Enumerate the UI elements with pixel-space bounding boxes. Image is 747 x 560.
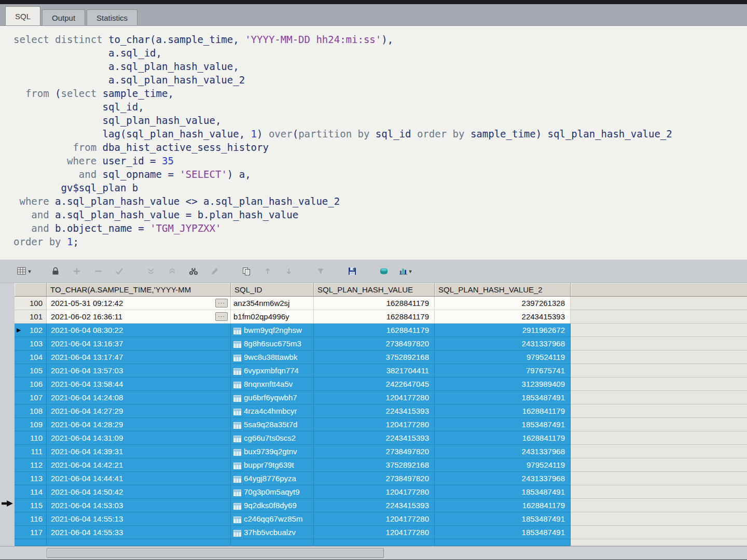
sql-editor[interactable]: select distinct to_char(a.sample_time, '… <box>0 26 747 259</box>
copy-icon[interactable] <box>238 262 255 280</box>
table-row[interactable]: 1012021-06-02 16:36:11···b1fm02qp4996y16… <box>15 310 747 324</box>
column-header-3[interactable]: SQL_PLAN_HASH_VALUE_2 <box>435 283 571 297</box>
scrollbar-thumb[interactable] <box>47 548 384 558</box>
cell-sample-time[interactable]: 2021-06-04 14:31:09 <box>47 431 231 445</box>
cell-sample-time[interactable]: 2021-06-04 14:42:21 <box>47 458 231 472</box>
cell-sample-time[interactable]: 2021-06-04 14:24:08 <box>47 391 231 404</box>
cell-detail-icon[interactable] <box>233 530 241 537</box>
cell-detail-icon[interactable] <box>233 328 241 334</box>
cell-sql-id[interactable]: 8g8h6suc675m3 <box>231 337 314 351</box>
cell-plan-hash-value[interactable]: 1204177280 <box>314 526 435 539</box>
cell-plan-hash-value-2[interactable]: 1853487491 <box>435 391 571 404</box>
cell-detail-icon[interactable] <box>233 409 241 415</box>
cell-sample-time[interactable]: 2021-06-04 14:55:33 <box>47 526 231 539</box>
column-header-2[interactable]: SQL_PLAN_HASH_VALUE <box>314 283 435 297</box>
cell-sql-id[interactable]: 5sa9q28a35t7d <box>231 418 314 431</box>
cell-sample-time[interactable]: 2021-06-04 13:17:47 <box>47 351 231 364</box>
cell-sample-time[interactable]: 2021-06-04 13:58:44 <box>47 377 231 391</box>
cell-plan-hash-value[interactable]: 3821704411 <box>314 364 435 377</box>
table-row[interactable]: 1042021-06-04 13:17:479wc8u38ttawbk37528… <box>15 351 747 364</box>
cell-sql-id[interactable]: 4rza4c4hmbcyr <box>231 404 314 418</box>
cell-detail-icon[interactable] <box>233 516 241 523</box>
cell-detail-icon[interactable] <box>233 436 241 442</box>
cell-plan-hash-value-2[interactable]: 1853487491 <box>435 418 571 431</box>
cell-plan-hash-value-2[interactable]: 2431337968 <box>435 472 571 485</box>
table-row[interactable]: 1112021-06-04 14:39:31bux9739q2gtnv27384… <box>15 445 747 458</box>
filter-icon[interactable] <box>312 262 329 280</box>
cell-plan-hash-value-2[interactable]: 2397261328 <box>435 297 571 310</box>
cell-editor-button[interactable]: ··· <box>215 299 228 307</box>
cell-plan-hash-value-2[interactable]: 1853487491 <box>435 512 571 526</box>
cell-plan-hash-value[interactable]: 2243415393 <box>314 404 435 418</box>
cell-plan-hash-value-2[interactable]: 979524119 <box>435 351 571 364</box>
cell-plan-hash-value-2[interactable]: 1628841179 <box>435 404 571 418</box>
table-row[interactable]: 1102021-06-04 14:31:09cg66u7ts0scs222434… <box>15 431 747 445</box>
save-icon[interactable] <box>344 262 361 280</box>
cell-sql-id[interactable]: bux9739q2gtnv <box>231 445 314 458</box>
sort-desc-icon[interactable] <box>281 262 297 280</box>
cell-sample-time[interactable]: 2021-06-02 16:36:11··· <box>47 310 231 324</box>
cell-plan-hash-value[interactable]: 3752892168 <box>314 351 435 364</box>
table-row[interactable]: 1152021-06-04 14:53:039q2dks0f8dy6922434… <box>15 499 747 512</box>
cell-detail-icon[interactable] <box>233 489 241 496</box>
cell-detail-icon[interactable] <box>233 395 241 402</box>
grid-options-icon[interactable]: ▾ <box>16 262 32 280</box>
cell-sample-time[interactable]: 2021-06-04 14:53:03 <box>47 499 231 512</box>
cell-plan-hash-value[interactable]: 2738497820 <box>314 337 435 351</box>
lock-icon[interactable] <box>47 262 64 280</box>
revert-icon[interactable] <box>143 262 159 280</box>
cell-sql-id[interactable]: 64ygj8776pyza <box>231 472 314 485</box>
cell-plan-hash-value-2[interactable]: 2911962672 <box>435 324 571 337</box>
table-row[interactable]: 1062021-06-04 13:58:448nqnxnftt4a5v24226… <box>15 377 747 391</box>
cell-sql-id[interactable]: anz354nm6w2sj <box>231 297 314 310</box>
cell-sql-id[interactable]: buppr79tg639t <box>231 458 314 472</box>
table-row[interactable]: 1072021-06-04 14:24:08gu6brf6yqwbh712041… <box>15 391 747 404</box>
cell-sql-id[interactable]: 70g3p0m5aqyt9 <box>231 485 314 499</box>
cell-plan-hash-value[interactable]: 2738497820 <box>314 445 435 458</box>
table-row[interactable]: 1052021-06-04 13:57:036vypxmbfqn77438217… <box>15 364 747 377</box>
cell-sample-time[interactable]: 2021-06-04 14:27:29 <box>47 404 231 418</box>
column-header-0[interactable]: TO_CHAR(A.SAMPLE_TIME,'YYYY-MM <box>47 283 231 297</box>
cell-sample-time[interactable]: 2021-06-04 14:55:13 <box>47 512 231 526</box>
delete-row-icon[interactable] <box>90 262 106 280</box>
cell-sql-id[interactable]: 37hb5vcbualzv <box>231 526 314 539</box>
cell-editor-button[interactable]: ··· <box>215 312 228 321</box>
export-icon[interactable] <box>376 262 392 280</box>
column-header-1[interactable]: SQL_ID <box>231 283 314 297</box>
cell-plan-hash-value-2[interactable]: 3123989409 <box>435 377 571 391</box>
cell-plan-hash-value-2[interactable]: 1628841179 <box>435 499 571 512</box>
cell-plan-hash-value-2[interactable]: 979524119 <box>435 458 571 472</box>
cell-detail-icon[interactable] <box>233 449 241 456</box>
cell-sql-id[interactable]: b1fm02qp4996y <box>231 310 314 324</box>
cell-sample-time[interactable]: 2021-06-04 13:57:03 <box>47 364 231 377</box>
cell-plan-hash-value-2[interactable]: 2243415393 <box>435 310 571 324</box>
table-row[interactable]: 1032021-06-04 13:16:378g8h6suc675m327384… <box>15 337 747 351</box>
cell-plan-hash-value-2[interactable]: 1628841179 <box>435 431 571 445</box>
cell-plan-hash-value[interactable]: 2738497820 <box>314 472 435 485</box>
table-row[interactable]: 1172021-06-04 14:55:3337hb5vcbualzv12041… <box>15 526 747 539</box>
cell-detail-icon[interactable] <box>233 422 241 429</box>
cell-plan-hash-value[interactable]: 2243415393 <box>314 431 435 445</box>
cell-sample-time[interactable]: 2021-06-04 08:30:22 <box>47 324 231 337</box>
cell-sql-id[interactable]: gu6brf6yqwbh7 <box>231 391 314 404</box>
cell-sql-id[interactable]: 6vypxmbfqn774 <box>231 364 314 377</box>
cell-plan-hash-value[interactable]: 1204177280 <box>314 418 435 431</box>
chart-icon[interactable]: ▾ <box>397 262 413 280</box>
cell-detail-icon[interactable] <box>233 382 241 388</box>
find-icon[interactable] <box>185 262 202 280</box>
table-row[interactable]: 1142021-06-04 14:50:4270g3p0m5aqyt912041… <box>15 485 747 499</box>
cell-plan-hash-value-2[interactable]: 1853487491 <box>435 526 571 539</box>
cell-detail-icon[interactable] <box>233 503 241 510</box>
cell-plan-hash-value[interactable]: 2422647045 <box>314 377 435 391</box>
cell-sample-time[interactable]: 2021-06-04 14:44:41 <box>47 472 231 485</box>
cell-plan-hash-value[interactable]: 1628841179 <box>314 310 435 324</box>
cell-detail-icon[interactable] <box>233 476 241 483</box>
cell-sql-id[interactable]: cg66u7ts0scs2 <box>231 431 314 445</box>
sort-asc-icon[interactable] <box>259 262 276 280</box>
edit-icon[interactable] <box>206 262 223 280</box>
cell-plan-hash-value-2[interactable]: 797675741 <box>435 364 571 377</box>
table-row[interactable]: 1002021-05-31 09:12:42···anz354nm6w2sj16… <box>15 297 747 310</box>
insert-row-icon[interactable] <box>68 262 85 280</box>
cell-sql-id[interactable]: c246qq67wz85m <box>231 512 314 526</box>
cell-detail-icon[interactable] <box>233 368 241 375</box>
